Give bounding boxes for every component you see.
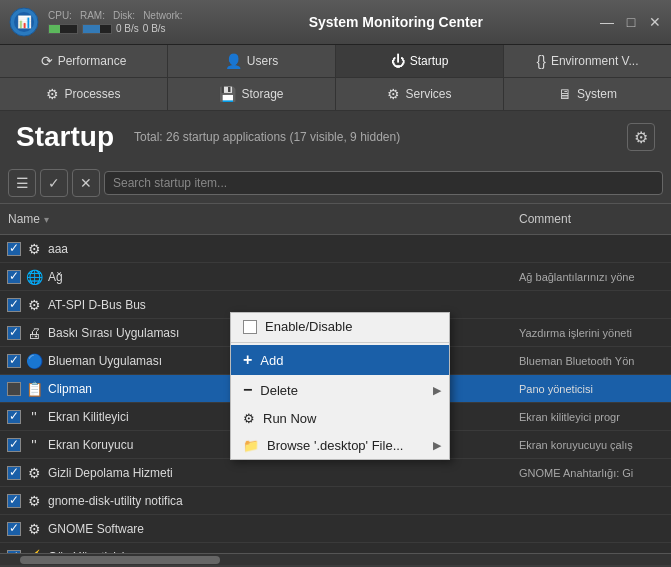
- table-row[interactable]: ⚙ gnome-disk-utility notifica: [0, 487, 671, 515]
- tab-startup[interactable]: ⏻ Startup: [336, 45, 504, 77]
- tab-processes[interactable]: ⚙ Processes: [0, 78, 168, 110]
- ram-label: RAM:: [80, 10, 105, 21]
- window-title: System Monitoring Center: [193, 14, 599, 30]
- check-icon: ✓: [48, 175, 60, 191]
- environment-icon: {}: [537, 53, 546, 69]
- table-row[interactable]: ⚙ Gizli Depolama Hizmeti GNOME Anahtarlı…: [0, 459, 671, 487]
- app-logo: 📊: [8, 6, 40, 38]
- row-item-comment: Ağ bağlantılarınızı yöne: [511, 269, 671, 285]
- row-item-icon: 📋: [24, 379, 44, 399]
- disk-label: Disk:: [113, 10, 135, 21]
- check-all-button[interactable]: ✓: [40, 169, 68, 197]
- minimize-button[interactable]: —: [599, 14, 615, 30]
- row-checkbox[interactable]: [0, 522, 24, 536]
- list-icon: ☰: [16, 175, 29, 191]
- cpu-bar: [48, 24, 78, 34]
- horizontal-scrollbar[interactable]: [0, 553, 671, 565]
- row-checkbox[interactable]: [0, 354, 24, 368]
- row-item-name: Gizli Depolama Hizmeti: [48, 464, 511, 482]
- row-checkbox[interactable]: [0, 242, 24, 256]
- row-item-icon: 🌐: [24, 267, 44, 287]
- page-subtitle: Total: 26 startup applications (17 visib…: [134, 130, 627, 144]
- list-view-button[interactable]: ☰: [8, 169, 36, 197]
- row-item-icon: '': [24, 435, 44, 455]
- uncheck-all-button[interactable]: ✕: [72, 169, 100, 197]
- row-checkbox[interactable]: [0, 466, 24, 480]
- tab-system-label: System: [577, 87, 617, 101]
- row-item-icon: ⚙: [24, 295, 44, 315]
- ctx-enable-disable[interactable]: Enable/Disable: [231, 313, 449, 340]
- enable-disable-checkbox: [243, 320, 257, 334]
- ctx-divider: [231, 342, 449, 343]
- services-icon: ⚙: [387, 86, 400, 102]
- cpu-stats: CPU: RAM: Disk: Network: 0 B/s 0 B/s: [48, 10, 183, 34]
- tab-system[interactable]: 🖥 System: [504, 78, 671, 110]
- close-button[interactable]: ✕: [647, 14, 663, 30]
- column-name: Name ▾: [0, 208, 511, 230]
- row-item-comment: [511, 527, 671, 531]
- checkbox-icon: [7, 410, 21, 424]
- checkbox-icon: [7, 550, 21, 554]
- tab-environment[interactable]: {} Environment V...: [504, 45, 671, 77]
- maximize-button[interactable]: □: [623, 14, 639, 30]
- table-row[interactable]: ⚙ aaa: [0, 235, 671, 263]
- checkbox-icon: [7, 242, 21, 256]
- table-row[interactable]: ⚙ GNOME Software: [0, 515, 671, 543]
- column-comment: Comment: [511, 208, 671, 230]
- row-checkbox[interactable]: [0, 298, 24, 312]
- row-item-comment: [511, 247, 671, 251]
- tab-startup-label: Startup: [410, 54, 449, 68]
- checkbox-icon: [7, 298, 21, 312]
- table-row[interactable]: 🌐 Ağ Ağ bağlantılarınızı yöne: [0, 263, 671, 291]
- tab-services-label: Services: [405, 87, 451, 101]
- row-item-icon: 🖨: [24, 323, 44, 343]
- tab-performance[interactable]: ⟳ Performance: [0, 45, 168, 77]
- row-checkbox[interactable]: [0, 438, 24, 452]
- row-item-comment: [511, 499, 671, 503]
- tab-environment-label: Environment V...: [551, 54, 639, 68]
- row-checkbox[interactable]: [0, 270, 24, 284]
- table-area: Name ▾ Comment ⚙ aaa 🌐 Ağ Ağ bağlantılar…: [0, 204, 671, 565]
- tab-performance-label: Performance: [58, 54, 127, 68]
- nav-row-1: ⟳ Performance 👤 Users ⏻ Startup {} Envir…: [0, 45, 671, 78]
- ctx-add[interactable]: + Add: [231, 345, 449, 375]
- net-speed-2: 0 B/s: [143, 23, 166, 34]
- tab-users[interactable]: 👤 Users: [168, 45, 336, 77]
- add-icon: +: [243, 351, 252, 369]
- row-item-name: AT-SPI D-Bus Bus: [48, 296, 511, 314]
- ctx-browse[interactable]: 📁 Browse '.desktop' File... ▶: [231, 432, 449, 459]
- checkbox-icon: [7, 382, 21, 396]
- row-item-icon: ⚙: [24, 519, 44, 539]
- ctx-delete[interactable]: − Delete ▶: [231, 375, 449, 405]
- checkbox-icon: [7, 270, 21, 284]
- row-item-name: aaa: [48, 240, 511, 258]
- row-checkbox[interactable]: [0, 382, 24, 396]
- tab-storage-label: Storage: [241, 87, 283, 101]
- ctx-enable-disable-label: Enable/Disable: [265, 319, 352, 334]
- hscroll-thumb[interactable]: [20, 556, 220, 564]
- checkbox-icon: [7, 494, 21, 508]
- tab-storage[interactable]: 💾 Storage: [168, 78, 336, 110]
- row-item-comment: Yazdırma işlerini yöneti: [511, 325, 671, 341]
- row-item-comment: Ekran koruyucuyu çalış: [511, 437, 671, 453]
- tab-processes-label: Processes: [64, 87, 120, 101]
- row-checkbox[interactable]: [0, 326, 24, 340]
- table-row[interactable]: ⚡ Güç Yöneticisi Xfce masaüstü için güç: [0, 543, 671, 553]
- row-item-name: GNOME Software: [48, 520, 511, 538]
- context-menu: Enable/Disable + Add − Delete ▶ ⚙ Run No…: [230, 312, 450, 460]
- page-title: Startup: [16, 121, 114, 153]
- ram-bar: [82, 24, 112, 34]
- row-checkbox[interactable]: [0, 494, 24, 508]
- tab-services[interactable]: ⚙ Services: [336, 78, 504, 110]
- net-speed-1: 0 B/s: [116, 23, 139, 34]
- row-item-icon: ⚙: [24, 239, 44, 259]
- search-input[interactable]: [104, 171, 663, 195]
- processes-icon: ⚙: [46, 86, 59, 102]
- checkbox-icon: [7, 466, 21, 480]
- row-checkbox[interactable]: [0, 410, 24, 424]
- ctx-run-now[interactable]: ⚙ Run Now: [231, 405, 449, 432]
- row-item-comment: Blueman Bluetooth Yön: [511, 353, 671, 369]
- checkbox-icon: [7, 326, 21, 340]
- sort-arrow-icon: ▾: [44, 214, 49, 225]
- settings-button[interactable]: ⚙: [627, 123, 655, 151]
